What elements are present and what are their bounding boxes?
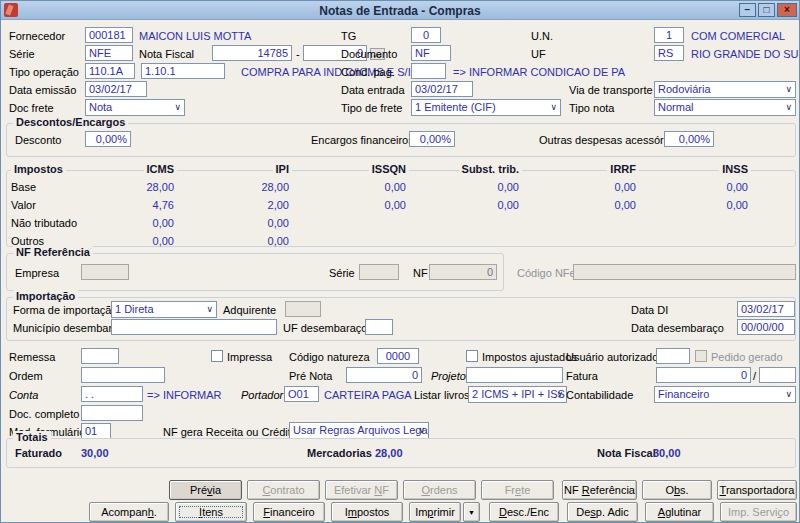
empresa-input[interactable] [81,264,129,280]
nota-fiscal-input[interactable]: 14785 [212,45,292,61]
outras-despesas-input[interactable]: 0,00% [664,131,714,147]
minimize-button[interactable]: − [739,3,756,17]
financeiro-button[interactable]: Financeiro [253,502,325,522]
previa-button[interactable]: Prévia [169,480,242,500]
fatura-input[interactable]: 0 [656,367,751,383]
encargos-input[interactable]: 0,00% [409,131,455,147]
remessa-input[interactable] [81,348,119,364]
minimize-icon: − [745,4,751,15]
tipo-operacao-desc: COMPRA PARA IND C/ICMS E S/IPI ( [241,66,428,78]
window: Notas de Entrada - Compras − □ × Fornece… [0,0,800,523]
un-input[interactable]: 1 [654,27,684,43]
forma-importacao-label: Forma de importação [13,304,118,316]
chevron-down-icon: ∨ [418,425,425,435]
close-button[interactable]: × [777,3,797,17]
data-desembaraco-input[interactable]: 00/00/00 [737,319,795,335]
data-emissao-input[interactable]: 03/02/17 [85,81,147,97]
imp-servico-button: Imp. Serviço [720,502,797,522]
tipo-operacao-code-input[interactable]: 110.1A [85,63,135,79]
data-di-input[interactable]: 03/02/17 [737,301,795,317]
via-transporte-select[interactable]: Rodoviária∨ [654,81,796,98]
listar-livros-label: Listar livros [414,389,470,401]
itens-button[interactable]: Itens [175,502,247,522]
maximize-icon: □ [763,4,769,15]
maximize-button[interactable]: □ [758,3,775,17]
impostos-cell: 0,00 [268,235,289,247]
totais-title: Totais [13,431,51,443]
conta-hint: => INFORMAR [147,389,222,401]
acompanhamento-button[interactable]: Acompanh. [89,502,169,522]
serie-input[interactable]: NFE [85,45,133,61]
tipo-nota-select[interactable]: Normal∨ [654,99,796,116]
efetivar-nf-button: Efetivar NF [325,480,398,500]
data-emissao-label: Data emissão [9,84,76,96]
impostos-cell: 0,00 [385,199,406,211]
desc-enc-button[interactable]: Desc./Enc [489,502,559,522]
projeto-input[interactable] [466,367,563,383]
imprimir-button[interactable]: Imprimir [409,502,461,522]
documento-label: Documento [341,48,397,60]
fornecedor-name: MAICON LUIS MOTTA [139,30,251,42]
nf-ref-nf-input[interactable]: 0 [429,264,497,280]
impostos-button[interactable]: Impostos [331,502,403,522]
nf-referencia-button[interactable]: NF Referência [562,480,637,500]
chevron-down-icon: ∨ [550,102,557,112]
impostos-cell: 0,00 [385,181,406,193]
un-name: COM COMERCIAL [691,30,785,42]
fatura-parcela-input[interactable] [759,367,796,383]
desp-adic-button[interactable]: Desp. Adic [567,502,638,522]
mod-formulario-input[interactable]: 01 [81,423,111,439]
desconto-input[interactable]: 0,00% [85,131,131,147]
impressa-checkbox[interactable] [211,350,223,362]
frete-button: Frete [481,480,554,500]
nf-gera-select[interactable]: Usar Regras Arquivos Legais∨ [289,422,429,439]
impostos-ajustados-checkbox[interactable] [466,350,478,362]
adquirente-input[interactable] [285,301,321,317]
ordem-input[interactable] [81,367,165,383]
data-entrada-input[interactable]: 03/02/17 [411,81,473,97]
tipo-nota-label: Tipo nota [569,102,614,114]
tg-input[interactable]: 0 [411,27,441,43]
fornecedor-input[interactable]: 000181 [85,27,133,43]
aglutinar-button[interactable]: Aglutinar [645,502,714,522]
tipo-operacao-label: Tipo operação [9,66,79,78]
uf-input[interactable]: RS [654,45,684,61]
impostos-col-irrf: IRRF [607,163,639,175]
uf-desembaraco-input[interactable] [365,319,393,335]
impostos-cell: 0,00 [727,199,748,211]
mercadorias-value: 28,00 [375,447,403,459]
codigo-natureza-label: Código natureza [289,351,370,363]
encargos-label: Encargos financeiros [311,134,414,146]
un-label: U.N. [531,30,553,42]
codigo-natureza-input[interactable]: 0000 [377,348,419,364]
tipo-frete-select[interactable]: 1 Emitente (CIF)∨ [411,99,561,116]
codigo-nfe-input[interactable] [573,264,796,280]
contabilidade-select[interactable]: Financeiro∨ [654,386,796,403]
tipo-operacao-cfop-input[interactable]: 1.10.1 [141,63,225,79]
imprimir-dropdown-button[interactable]: ▼ [463,502,480,522]
usuario-autorizado-input[interactable] [656,348,690,364]
listar-livros-select[interactable]: 2 ICMS + IPI + ISS∨ [468,386,567,403]
forma-importacao-select[interactable]: 1 Direta∨ [111,301,217,318]
pre-nota-input[interactable]: 0 [346,367,422,383]
doc-frete-select[interactable]: Nota∨ [85,99,185,116]
tipo-frete-label: Tipo de frete [341,102,402,114]
documento-input[interactable]: NF [411,45,451,61]
nf-ref-serie-input[interactable] [359,264,399,280]
window-title: Notas de Entrada - Compras [1,4,799,18]
nf-ref-serie-label: Série [329,267,355,279]
impostos-col-ipi: IPI [273,163,292,175]
doc-frete-label: Doc frete [9,102,54,114]
impostos-cell: 28,00 [261,181,289,193]
faturado-value: 30,00 [81,447,109,459]
municipio-desembaraco-input[interactable] [111,319,277,335]
doc-completo-input[interactable] [81,405,143,421]
dropdown-arrow-icon: ▼ [468,509,475,516]
chevron-down-icon: ∨ [206,304,213,314]
pedido-gerado-label: Pedido gerado [711,351,783,363]
portador-input[interactable]: O01 [284,386,319,402]
transportadora-button[interactable]: Transportadora [717,480,797,500]
obs-button[interactable]: Obs. [642,480,712,500]
conta-input[interactable]: . . [81,386,143,402]
cond-pag-input[interactable] [411,63,446,79]
